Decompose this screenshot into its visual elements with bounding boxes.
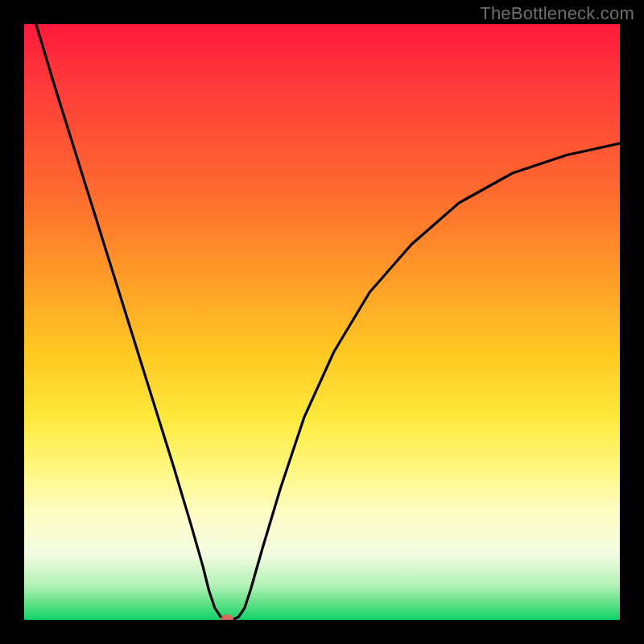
watermark-text: TheBottleneck.com <box>480 3 634 24</box>
minimum-point-dot <box>221 614 233 620</box>
bottleneck-curve <box>24 24 620 620</box>
plot-area <box>24 24 620 620</box>
curve-path <box>36 24 620 620</box>
chart-frame: TheBottleneck.com <box>0 0 644 644</box>
